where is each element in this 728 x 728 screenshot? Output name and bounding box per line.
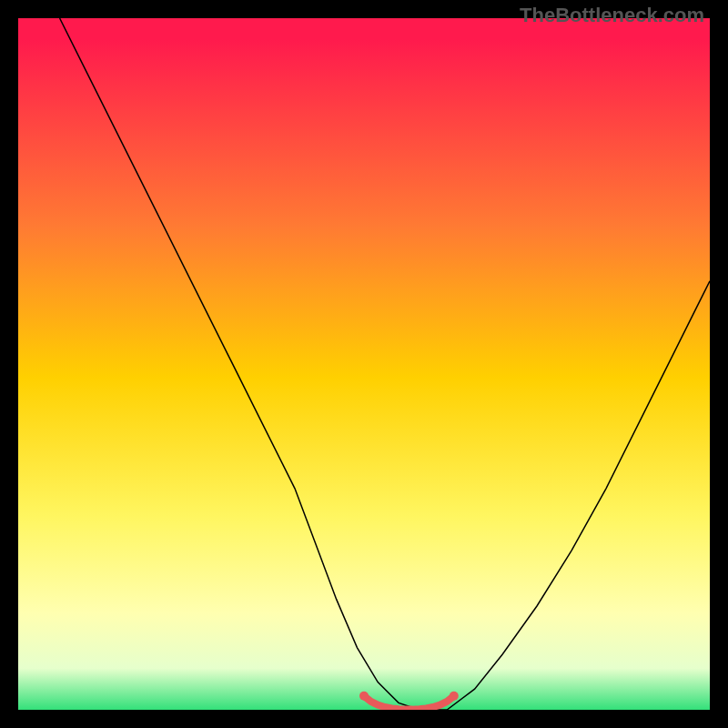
chart-container: TheBottleneck.com	[0, 0, 728, 728]
chart-svg	[18, 18, 710, 710]
plot-area	[18, 18, 710, 710]
watermark-text: TheBottleneck.com	[520, 4, 704, 27]
valley-endpoint	[359, 692, 369, 701]
valley-endpoint	[450, 692, 459, 701]
gradient-background	[18, 18, 710, 710]
